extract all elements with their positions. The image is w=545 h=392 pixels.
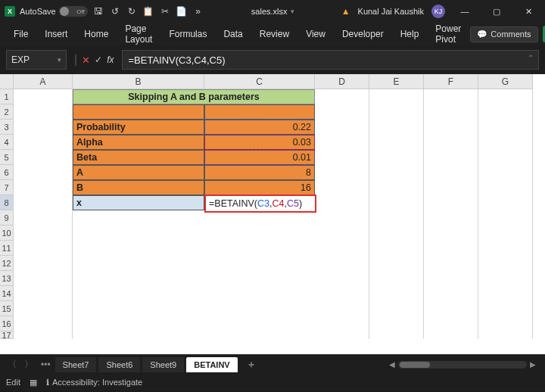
- cell-c4[interactable]: 0.03: [204, 135, 315, 150]
- accessibility-status[interactable]: ℹ Accessibility: Investigate: [46, 378, 142, 387]
- redo-icon[interactable]: ↻: [126, 5, 138, 17]
- sheet-tab-betainv[interactable]: BETAINV: [186, 357, 237, 372]
- autosave-toggle[interactable]: AutoSave Off: [20, 6, 88, 17]
- col-header-g[interactable]: G: [478, 74, 533, 89]
- row-header-13[interactable]: 13: [0, 271, 14, 286]
- row-header-3[interactable]: 3: [0, 120, 14, 135]
- row-header-15[interactable]: 15: [0, 301, 14, 316]
- clipboard-icon[interactable]: 📋: [142, 5, 154, 17]
- cancel-icon[interactable]: ✕: [82, 54, 90, 66]
- more-icon[interactable]: »: [192, 5, 204, 17]
- sheet-tab-sheet9[interactable]: Sheet9: [142, 357, 184, 372]
- tab-data[interactable]: Data: [216, 26, 250, 42]
- row-header-2[interactable]: 2: [0, 104, 14, 120]
- cell-c8-formula[interactable]: =BETAINV(C3,C4,C5): [204, 194, 316, 213]
- cell-c7[interactable]: 16: [204, 180, 315, 195]
- cell-b6[interactable]: A: [73, 165, 204, 180]
- col-header-f[interactable]: F: [424, 74, 478, 89]
- save-icon[interactable]: 🖫: [92, 5, 104, 17]
- row-header-7[interactable]: 7: [0, 180, 14, 195]
- status-mode: Edit: [6, 378, 20, 387]
- row-header-8[interactable]: 8: [0, 195, 14, 210]
- fx-icon[interactable]: fx: [107, 54, 114, 65]
- tab-review[interactable]: Review: [252, 26, 297, 42]
- row-header-10[interactable]: 10: [0, 226, 14, 241]
- cell-grid[interactable]: Skipping A and B parameters Probability …: [14, 89, 545, 354]
- sheet-tab-bar: 〈 〉 ••• Sheet7 Sheet6 Sheet9 BETAINV ＋ ◀…: [0, 354, 545, 374]
- row-header-17[interactable]: 17: [0, 331, 14, 339]
- formula-bar-row: EXP ▾ | ✕ ✓ fx =BETAINV(C3,C4,C5) ⌃: [0, 45, 545, 74]
- close-button[interactable]: ✕: [516, 5, 540, 18]
- cell-c2[interactable]: [204, 104, 315, 120]
- divider: |: [74, 53, 77, 67]
- formula-input[interactable]: =BETAINV(C3,C4,C5) ⌃: [122, 50, 540, 70]
- filename-dropdown-icon[interactable]: ▾: [291, 8, 294, 15]
- paste-icon[interactable]: 📄: [176, 5, 188, 17]
- cell-b1c1-title[interactable]: Skipping A and B parameters: [73, 89, 315, 104]
- tab-nav-more[interactable]: •••: [38, 359, 54, 370]
- row-header-9[interactable]: 9: [0, 210, 14, 226]
- row-header-6[interactable]: 6: [0, 165, 14, 180]
- row-header-5[interactable]: 5: [0, 150, 14, 165]
- sheet-tab-sheet6[interactable]: Sheet6: [98, 357, 140, 372]
- row-headers: 1 2 3 4 5 6 7 8 9 10 11 12 13 14 15 16 1…: [0, 89, 14, 339]
- title-bar: X AutoSave Off 🖫 ↺ ↻ 📋 ✂ 📄 » sales.xlsx …: [0, 0, 545, 23]
- cell-c6[interactable]: 8: [204, 165, 315, 180]
- scroll-left-icon[interactable]: ◀: [388, 360, 397, 369]
- cell-b7[interactable]: B: [73, 180, 204, 195]
- scroll-right-icon[interactable]: ▶: [528, 360, 537, 369]
- tab-file[interactable]: File: [6, 26, 36, 42]
- col-header-c[interactable]: C: [204, 74, 315, 89]
- col-header-e[interactable]: E: [369, 74, 424, 89]
- scroll-track[interactable]: [398, 361, 527, 369]
- undo-icon[interactable]: ↺: [109, 5, 121, 17]
- tab-nav-next[interactable]: 〉: [21, 358, 36, 371]
- row-header-1[interactable]: 1: [0, 89, 14, 104]
- formula-controls: | ✕ ✓ fx: [71, 50, 117, 70]
- cell-b2[interactable]: [73, 104, 204, 120]
- chevron-down-icon[interactable]: ▾: [58, 56, 61, 64]
- cut-icon[interactable]: ✂: [159, 5, 171, 17]
- tab-developer[interactable]: Developer: [335, 26, 391, 42]
- tab-home[interactable]: Home: [76, 26, 116, 42]
- comments-button[interactable]: 💬 Comments: [470, 26, 537, 42]
- cell-b4[interactable]: Alpha: [73, 135, 204, 150]
- row-header-11[interactable]: 11: [0, 241, 14, 256]
- maximize-button[interactable]: ▢: [484, 5, 509, 18]
- workbook-stats-icon[interactable]: ▦: [30, 378, 37, 387]
- filename-label[interactable]: sales.xlsx: [251, 7, 288, 16]
- tab-help[interactable]: Help: [393, 26, 427, 42]
- cell-b5[interactable]: Beta: [73, 150, 204, 165]
- tab-insert[interactable]: Insert: [37, 26, 75, 42]
- tab-power-pivot[interactable]: Power Pivot: [428, 20, 469, 48]
- warning-icon[interactable]: ▲: [341, 6, 350, 17]
- scroll-thumb[interactable]: [400, 362, 430, 368]
- avatar[interactable]: KJ: [431, 5, 445, 18]
- select-all-corner[interactable]: [0, 74, 14, 89]
- row-header-12[interactable]: 12: [0, 256, 14, 271]
- row-header-16[interactable]: 16: [0, 316, 14, 331]
- enter-icon[interactable]: ✓: [95, 54, 102, 65]
- expand-formula-icon[interactable]: ⌃: [528, 54, 534, 62]
- tab-view[interactable]: View: [298, 26, 333, 42]
- cell-c3[interactable]: 0.22: [204, 120, 315, 135]
- sheet-tab-sheet7[interactable]: Sheet7: [55, 357, 97, 372]
- add-sheet-button[interactable]: ＋: [240, 358, 263, 372]
- col-header-b[interactable]: B: [73, 74, 204, 89]
- col-header-a[interactable]: A: [14, 74, 73, 89]
- share-button[interactable]: ↗: [543, 26, 545, 42]
- minimize-button[interactable]: —: [453, 5, 477, 18]
- name-box[interactable]: EXP ▾: [6, 50, 67, 70]
- excel-icon: X: [5, 6, 15, 17]
- horizontal-scrollbar[interactable]: ◀ ▶: [264, 360, 540, 369]
- toggle-off-icon[interactable]: Off: [59, 6, 88, 17]
- cell-b8[interactable]: x: [73, 195, 204, 210]
- tab-formulas[interactable]: Formulas: [161, 26, 214, 42]
- cell-c5[interactable]: 0.01: [204, 150, 315, 165]
- row-header-4[interactable]: 4: [0, 135, 14, 150]
- row-header-14[interactable]: 14: [0, 286, 14, 301]
- col-header-d[interactable]: D: [315, 74, 369, 89]
- cell-b3[interactable]: Probability: [73, 120, 204, 135]
- tab-page-layout[interactable]: Page Layout: [117, 20, 160, 48]
- tab-nav-prev[interactable]: 〈: [5, 358, 20, 371]
